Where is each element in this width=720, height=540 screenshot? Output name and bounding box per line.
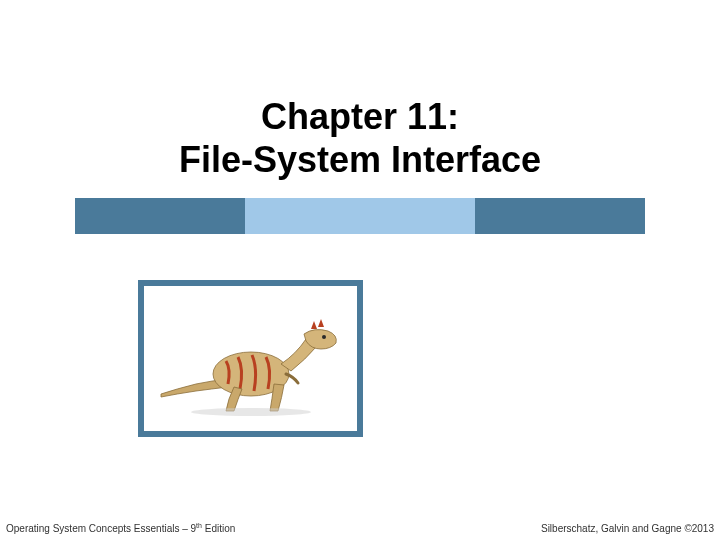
footer-left: Operating System Concepts Essentials – 9… — [6, 522, 235, 534]
bar-light-segment — [245, 198, 475, 234]
footer-left-prefix: Operating System Concepts Essentials – 9 — [6, 523, 196, 534]
slide-title: Chapter 11: File-System Interface — [0, 95, 720, 181]
footer-right: Silberschatz, Galvin and Gagne ©2013 — [541, 523, 714, 534]
decorative-bar — [75, 198, 645, 234]
dinosaur-icon — [156, 299, 346, 419]
svg-point-2 — [191, 408, 311, 416]
dinosaur-image-frame — [138, 280, 363, 437]
title-line-1: Chapter 11: — [0, 95, 720, 138]
title-line-2: File-System Interface — [0, 138, 720, 181]
footer-left-suffix: Edition — [202, 523, 235, 534]
svg-point-1 — [322, 335, 326, 339]
